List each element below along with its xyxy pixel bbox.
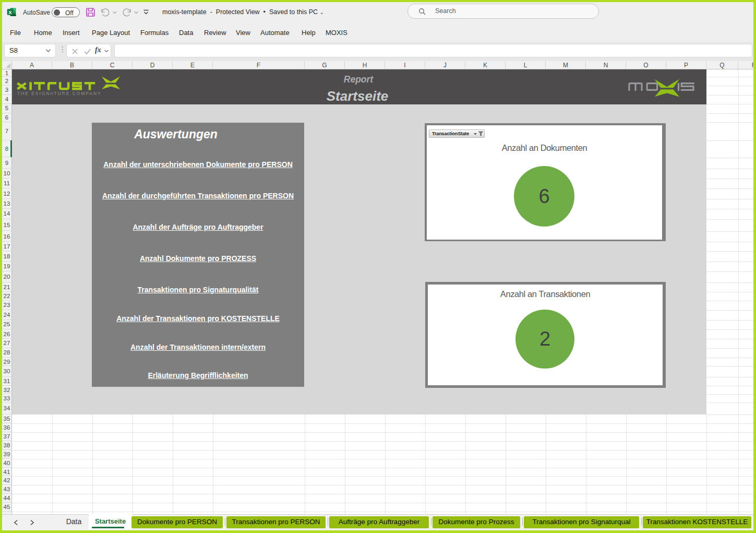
svg-text:X: X	[8, 9, 12, 15]
